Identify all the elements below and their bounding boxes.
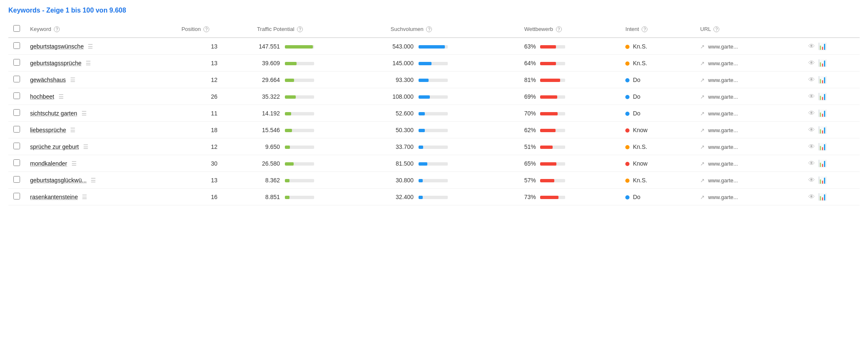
row-checkbox[interactable]	[13, 42, 20, 49]
position-value: 18	[211, 127, 218, 133]
suchvolumen-help-icon[interactable]: ?	[426, 26, 432, 32]
traffic-potential-cell: 39.609	[252, 55, 386, 72]
chart-icon[interactable]: 📊	[818, 59, 827, 67]
eye-icon[interactable]: 👁	[808, 76, 815, 84]
wettbewerb-bar-bg	[540, 196, 565, 199]
url-value[interactable]: www.garte...	[708, 194, 738, 200]
url-help-icon[interactable]: ?	[713, 26, 719, 32]
row-checkbox[interactable]	[13, 109, 20, 116]
keyword-link[interactable]: geburtstagswünsche	[30, 43, 84, 50]
chart-icon[interactable]: 📊	[818, 176, 827, 184]
chart-icon[interactable]: 📊	[818, 143, 827, 151]
traffic-help-icon[interactable]: ?	[297, 26, 303, 32]
th-suchvolumen: Suchvolumen ?	[386, 21, 519, 38]
action-icons: 👁 📊	[808, 59, 855, 67]
list-icon[interactable]: ☰	[88, 43, 93, 50]
wettbewerb-bar-bg	[540, 146, 565, 149]
list-icon[interactable]: ☰	[82, 194, 87, 200]
keyword-link[interactable]: sichtschutz garten	[30, 110, 77, 117]
list-icon[interactable]: ☰	[91, 177, 96, 184]
row-checkbox[interactable]	[13, 59, 20, 66]
select-all-checkbox[interactable]	[13, 25, 20, 32]
url-cell: ↗ www.garte...	[695, 138, 803, 155]
wettbewerb-help-icon[interactable]: ?	[556, 26, 562, 32]
wettbewerb-value: 65%	[524, 160, 536, 167]
eye-icon[interactable]: 👁	[808, 160, 815, 167]
row-checkbox[interactable]	[13, 159, 20, 166]
keyword-link[interactable]: geburtstagsglückwü...	[30, 177, 86, 184]
list-icon[interactable]: ☰	[71, 160, 77, 167]
chart-icon[interactable]: 📊	[818, 126, 827, 134]
intent-label: Kn.S.	[633, 177, 647, 184]
suchvolumen-cell: 108.000	[386, 88, 519, 105]
position-cell: 12	[176, 138, 252, 155]
list-icon[interactable]: ☰	[83, 143, 89, 150]
traffic-bar-fill	[285, 95, 296, 99]
chart-icon[interactable]: 📊	[818, 193, 827, 201]
row-checkbox[interactable]	[13, 176, 20, 183]
th-keyword: Keyword ?	[25, 21, 176, 38]
url-value[interactable]: www.garte...	[708, 127, 738, 133]
wettbewerb-bar-bg	[540, 112, 565, 115]
wettbewerb-value: 62%	[524, 127, 536, 133]
eye-icon[interactable]: 👁	[808, 126, 815, 134]
row-checkbox[interactable]	[13, 92, 20, 99]
traffic-value: 8.362	[257, 177, 280, 184]
traffic-bar-fill	[285, 79, 294, 82]
url-value[interactable]: www.garte...	[708, 60, 738, 66]
url-value[interactable]: www.garte...	[708, 77, 738, 83]
position-cell: 26	[176, 88, 252, 105]
eye-icon[interactable]: 👁	[808, 176, 815, 184]
list-icon[interactable]: ☰	[70, 127, 76, 133]
intent-dot	[625, 145, 629, 149]
eye-icon[interactable]: 👁	[808, 59, 815, 67]
keyword-help-icon[interactable]: ?	[54, 26, 60, 32]
keyword-link[interactable]: hochbeet	[30, 93, 54, 100]
list-icon[interactable]: ☰	[70, 77, 76, 83]
action-cell: 👁 📊	[803, 122, 860, 138]
eye-icon[interactable]: 👁	[808, 193, 815, 201]
row-checkbox[interactable]	[13, 126, 20, 133]
eye-icon[interactable]: 👁	[808, 93, 815, 100]
table-row: sprüche zur geburt ☰ 12 9.650 33.700	[8, 138, 860, 155]
action-cell: 👁 📊	[803, 155, 860, 172]
eye-icon[interactable]: 👁	[808, 110, 815, 117]
keyword-link[interactable]: mondkalender	[30, 160, 67, 167]
keyword-link[interactable]: geburtstagssprüche	[30, 60, 81, 66]
th-wettbewerb: Wettbewerb ?	[519, 21, 620, 38]
url-value[interactable]: www.garte...	[708, 94, 738, 100]
chart-icon[interactable]: 📊	[818, 92, 827, 100]
chart-icon[interactable]: 📊	[818, 159, 827, 167]
chart-icon[interactable]: 📊	[818, 109, 827, 117]
url-value[interactable]: www.garte...	[708, 144, 738, 150]
list-icon[interactable]: ☰	[58, 93, 64, 100]
keyword-link[interactable]: gewächshaus	[30, 77, 66, 83]
chart-icon[interactable]: 📊	[818, 76, 827, 84]
suchvolumen-bar-fill	[419, 146, 423, 149]
keyword-link[interactable]: sprüche zur geburt	[30, 143, 79, 150]
url-cell: ↗ www.garte...	[695, 55, 803, 72]
intent-help-icon[interactable]: ?	[642, 26, 647, 32]
position-value: 30	[211, 160, 218, 167]
keyword-link[interactable]: rasenkantensteine	[30, 194, 78, 200]
eye-icon[interactable]: 👁	[808, 43, 815, 50]
url-value[interactable]: www.garte...	[708, 177, 738, 184]
url-value[interactable]: www.garte...	[708, 161, 738, 167]
position-value: 13	[211, 177, 218, 184]
eye-icon[interactable]: 👁	[808, 143, 815, 151]
position-help-icon[interactable]: ?	[203, 26, 209, 32]
traffic-bar-fill	[285, 179, 289, 182]
row-checkbox[interactable]	[13, 76, 20, 82]
url-value[interactable]: www.garte...	[708, 110, 738, 117]
traffic-bar-bg	[285, 112, 314, 115]
wettbewerb-value: 70%	[524, 110, 536, 117]
chart-icon[interactable]: 📊	[818, 42, 827, 50]
row-checkbox[interactable]	[13, 143, 20, 149]
keyword-link[interactable]: liebessprüche	[30, 127, 66, 133]
row-checkbox[interactable]	[13, 193, 20, 199]
traffic-value: 26.580	[257, 160, 280, 167]
list-icon[interactable]: ☰	[81, 110, 87, 117]
intent-cell: Know	[620, 155, 695, 172]
list-icon[interactable]: ☰	[86, 60, 91, 66]
url-value[interactable]: www.garte...	[708, 43, 738, 50]
